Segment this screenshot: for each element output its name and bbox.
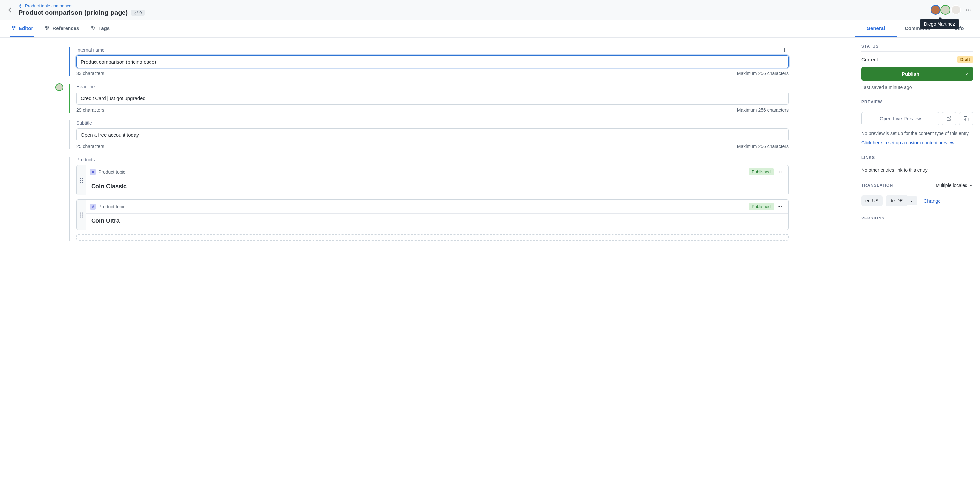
add-product-dropzone[interactable] — [76, 234, 789, 241]
open-external-button[interactable] — [942, 112, 956, 125]
preview-section-title: Preview — [861, 100, 974, 107]
change-locales-link[interactable]: Change — [923, 198, 941, 204]
translation-panel: Translation Multiple locales en-US de-DE… — [855, 176, 980, 209]
card-more-button[interactable] — [777, 204, 784, 209]
svg-point-18 — [781, 171, 782, 172]
drag-handle-icon[interactable] — [77, 165, 86, 195]
versions-panel: Versions — [855, 209, 980, 227]
open-live-preview-button[interactable]: Open Live Preview — [861, 112, 939, 125]
field-headline: Headline 29 characters Maximum 256 chara… — [69, 84, 789, 113]
field-label-subtitle: Subtitle — [76, 121, 92, 126]
comment-icon[interactable] — [783, 48, 789, 52]
breadcrumb-parent: Product table component — [25, 3, 73, 8]
sidebar: General Comments Info Status Current Dra… — [855, 20, 980, 489]
links-message: No other entries link to this entry. — [861, 167, 974, 173]
back-button[interactable] — [6, 6, 13, 13]
svg-point-27 — [781, 206, 782, 207]
editor-icon — [11, 26, 16, 30]
status-badge: Published — [748, 168, 774, 175]
product-title: Coin Classic — [86, 179, 788, 195]
external-link-icon — [947, 116, 952, 121]
svg-rect-5 — [13, 29, 14, 30]
tab-tags[interactable]: Tags — [89, 20, 111, 37]
setup-preview-link[interactable]: Click here to set up a custom content pr… — [861, 140, 974, 146]
breadcrumb[interactable]: Product table component — [18, 3, 145, 8]
product-card[interactable]: # Product topic Published Coin Classic — [76, 165, 789, 195]
field-label-products: Products — [76, 157, 94, 162]
tab-editor[interactable]: Editor — [10, 20, 34, 37]
svg-point-14 — [80, 182, 81, 183]
close-icon — [910, 199, 914, 203]
subtitle-input[interactable] — [76, 129, 789, 141]
presence-avatar[interactable] — [55, 83, 63, 91]
publish-button[interactable]: Publish — [861, 67, 974, 81]
links-section-title: Links — [861, 155, 974, 163]
svg-point-16 — [778, 171, 779, 172]
field-internal-name: Internal name 33 characters Maximum 256 … — [69, 48, 789, 76]
content-tabs: Editor References Tags — [0, 20, 854, 38]
char-max: Maximum 256 characters — [737, 71, 789, 76]
svg-point-22 — [82, 214, 83, 215]
svg-point-26 — [780, 206, 780, 207]
field-products: Products # Product topic Publ — [69, 157, 789, 241]
svg-point-13 — [82, 180, 83, 181]
page-title: Product comparison (pricing page) — [18, 9, 128, 16]
locale-chip: de-DE — [886, 195, 907, 206]
tab-references[interactable]: References — [43, 20, 80, 37]
drag-handle-icon[interactable] — [77, 200, 86, 230]
links-panel: Links No other entries link to this entr… — [855, 149, 980, 176]
svg-point-11 — [82, 178, 83, 179]
collaborator-avatar-2[interactable] — [940, 5, 950, 15]
field-label-headline: Headline — [76, 84, 94, 89]
svg-point-23 — [80, 216, 81, 217]
translation-mode-dropdown[interactable]: Multiple locales — [935, 183, 974, 188]
svg-point-24 — [82, 216, 83, 217]
svg-point-19 — [80, 212, 81, 213]
svg-point-15 — [82, 182, 83, 183]
references-icon — [45, 26, 50, 30]
svg-rect-28 — [966, 118, 969, 121]
sidebar-tab-general[interactable]: General — [855, 20, 897, 37]
card-more-button[interactable] — [777, 170, 784, 175]
more-menu-button[interactable] — [964, 5, 974, 15]
svg-rect-3 — [12, 26, 13, 28]
status-badge: Published — [748, 203, 774, 210]
char-count: 25 characters — [76, 144, 104, 149]
versions-section-title: Versions — [861, 216, 974, 224]
svg-rect-4 — [14, 26, 16, 28]
svg-rect-7 — [48, 26, 49, 28]
headline-input[interactable] — [76, 92, 789, 105]
status-current-label: Current — [861, 57, 878, 62]
remove-locale-button[interactable] — [907, 196, 918, 205]
svg-point-25 — [778, 206, 779, 207]
internal-name-input[interactable] — [76, 55, 789, 68]
chevron-down-icon — [969, 183, 974, 187]
collaborator-avatar-3[interactable] — [951, 5, 961, 15]
collaborator-tooltip: Diego Martinez — [920, 19, 959, 29]
chevron-down-icon — [964, 72, 969, 76]
copy-button[interactable] — [959, 112, 974, 125]
publish-dropdown[interactable] — [959, 67, 974, 81]
linked-entries-count[interactable]: 0 — [131, 10, 144, 16]
svg-point-20 — [82, 212, 83, 213]
locale-chip: en-US — [861, 195, 883, 206]
content-type-label: Product topic — [99, 204, 126, 209]
content-type-label: Product topic — [99, 170, 126, 175]
char-max: Maximum 256 characters — [737, 144, 789, 149]
svg-rect-8 — [47, 29, 48, 30]
publish-label[interactable]: Publish — [861, 67, 959, 81]
copy-icon — [964, 116, 969, 121]
content-type-icon: # — [90, 204, 96, 210]
product-title: Coin Ultra — [86, 214, 788, 230]
last-saved: Last saved a minute ago — [861, 84, 974, 90]
svg-point-1 — [968, 10, 969, 11]
product-card[interactable]: # Product topic Published Coin Ultra — [76, 199, 789, 230]
topbar: Product table component Product comparis… — [0, 0, 980, 20]
tag-icon — [91, 26, 96, 30]
status-section-title: Status — [861, 44, 974, 52]
svg-point-17 — [780, 171, 780, 172]
content-type-icon: # — [90, 169, 96, 175]
collaborator-avatar-1[interactable] — [931, 5, 940, 15]
char-max: Maximum 256 characters — [737, 107, 789, 113]
char-count: 33 characters — [76, 71, 104, 76]
